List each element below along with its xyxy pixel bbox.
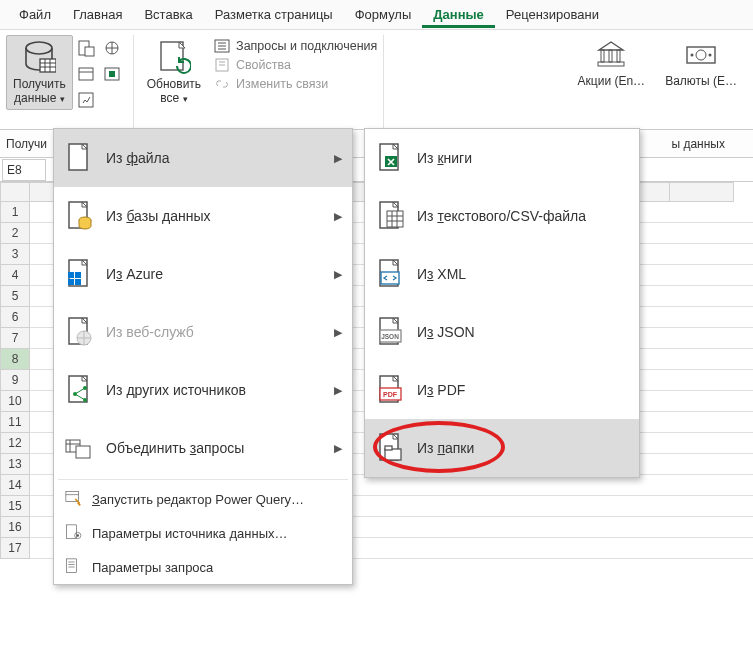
- menu-item-label: Из других источников: [106, 382, 334, 398]
- menu-item[interactable]: Из книги: [365, 129, 639, 187]
- get-data-mini-icons: [73, 35, 127, 115]
- from-file-submenu: Из книгиИз текстового/CSV-файлаИз XMLJSO…: [364, 128, 640, 478]
- other-icon: [64, 374, 96, 406]
- xml-icon: [375, 258, 407, 290]
- menu-item-label: Из PDF: [417, 382, 629, 398]
- svg-rect-23: [609, 50, 612, 62]
- tab-4[interactable]: Формулы: [344, 1, 423, 28]
- row-header[interactable]: 7: [0, 328, 30, 349]
- tab-2[interactable]: Вставка: [133, 1, 203, 28]
- svg-rect-1: [40, 59, 56, 72]
- menu-item[interactable]: Параметры источника данных…: [54, 516, 352, 550]
- tab-5[interactable]: Данные: [422, 1, 495, 28]
- row-header[interactable]: 9: [0, 370, 30, 391]
- row-header[interactable]: 14: [0, 475, 30, 496]
- tab-1[interactable]: Главная: [62, 1, 133, 28]
- bank-icon: [593, 38, 629, 70]
- svg-rect-9: [79, 68, 93, 80]
- row-header[interactable]: 6: [0, 307, 30, 328]
- menu-item[interactable]: Из других источников▶: [54, 361, 352, 419]
- row-header[interactable]: 16: [0, 517, 30, 538]
- chevron-right-icon: ▶: [334, 210, 342, 223]
- mini-icon[interactable]: [101, 37, 123, 59]
- group-label-left: Получи: [0, 137, 47, 151]
- database-icon: [22, 39, 56, 75]
- svg-text:JSON: JSON: [381, 333, 399, 340]
- menu-item-label: Запустить редактор Power Query…: [92, 492, 342, 507]
- row-header[interactable]: 13: [0, 454, 30, 475]
- menu-item[interactable]: Из Azure▶: [54, 245, 352, 303]
- row-header[interactable]: 5: [0, 286, 30, 307]
- row-header[interactable]: 1: [0, 202, 30, 223]
- menu-item[interactable]: Из базы данных▶: [54, 187, 352, 245]
- menu-item: Из веб-служб▶: [54, 303, 352, 361]
- menu-item-label: Из папки: [417, 440, 629, 456]
- row-header[interactable]: 10: [0, 391, 30, 412]
- menu-item[interactable]: Объединить запросы▶: [54, 419, 352, 477]
- menu-item-label: Из файла: [106, 150, 334, 166]
- tab-6[interactable]: Рецензировани: [495, 1, 610, 28]
- stocks-button[interactable]: Акции (En…: [568, 35, 656, 91]
- db-icon: [64, 200, 96, 232]
- properties-icon: [214, 57, 230, 73]
- menu-item-label: Из базы данных: [106, 208, 334, 224]
- web-icon: [64, 316, 96, 348]
- menu-item[interactable]: Параметры запроса: [54, 550, 352, 584]
- queries-connections-button[interactable]: Запросы и подключения: [214, 38, 377, 54]
- svg-text:PDF: PDF: [383, 391, 398, 398]
- chevron-right-icon: ▶: [334, 326, 342, 339]
- row-header[interactable]: 2: [0, 223, 30, 244]
- tab-3[interactable]: Разметка страницы: [204, 1, 344, 28]
- folder-icon: [375, 432, 407, 464]
- svg-rect-25: [598, 62, 624, 66]
- row-header[interactable]: 3: [0, 244, 30, 265]
- svg-rect-7: [85, 47, 94, 56]
- mini-icon[interactable]: [101, 63, 123, 85]
- mini-icon[interactable]: [75, 37, 97, 59]
- currencies-button[interactable]: Валюты (E…: [655, 35, 747, 91]
- currencies-label: Валюты (E…: [665, 74, 737, 88]
- refresh-all-button[interactable]: Обновитьвсе ▾: [140, 35, 208, 110]
- menu-item[interactable]: Из папки: [365, 419, 639, 477]
- chevron-right-icon: ▶: [334, 384, 342, 397]
- row-header[interactable]: 17: [0, 538, 30, 559]
- refresh-icon: [157, 39, 191, 75]
- mini-icon[interactable]: [75, 63, 97, 85]
- svg-rect-13: [79, 93, 93, 107]
- chevron-right-icon: ▶: [334, 442, 342, 455]
- menu-item[interactable]: Запустить редактор Power Query…: [54, 482, 352, 516]
- svg-rect-22: [601, 50, 604, 62]
- menu-item[interactable]: PDFИз PDF: [365, 361, 639, 419]
- dsrc-icon: [64, 523, 84, 543]
- chevron-right-icon: ▶: [334, 268, 342, 281]
- row-header[interactable]: 11: [0, 412, 30, 433]
- xlsx-icon: [375, 142, 407, 174]
- name-box[interactable]: E8: [2, 159, 46, 181]
- svg-rect-55: [67, 559, 77, 573]
- menu-item-label: Параметры источника данных…: [92, 526, 342, 541]
- row-header[interactable]: 4: [0, 265, 30, 286]
- menu-item-label: Из Azure: [106, 266, 334, 282]
- tab-0[interactable]: Файл: [8, 1, 62, 28]
- row-header[interactable]: 8: [0, 349, 30, 370]
- refresh-all-label: Обновитьвсе: [147, 77, 201, 105]
- menu-item[interactable]: Из XML: [365, 245, 639, 303]
- menu-item-label: Из XML: [417, 266, 629, 282]
- menu-item[interactable]: JSONИз JSON: [365, 303, 639, 361]
- svg-rect-36: [68, 279, 74, 285]
- column-header[interactable]: [670, 182, 734, 202]
- row-header[interactable]: 15: [0, 496, 30, 517]
- row-header[interactable]: 12: [0, 433, 30, 454]
- mini-icon[interactable]: [75, 89, 97, 111]
- tab-strip: ФайлГлавнаяВставкаРазметка страницыФорму…: [0, 0, 753, 30]
- ribbon: Получитьданные ▾ Обновитьвсе ▾ Запросы и…: [0, 30, 753, 130]
- menu-item-label: Параметры запроса: [92, 560, 342, 575]
- link-icon: [214, 76, 230, 92]
- get-data-button[interactable]: Получитьданные ▾: [6, 35, 73, 110]
- properties-label: Свойства: [236, 58, 291, 72]
- svg-rect-24: [617, 50, 620, 62]
- menu-item[interactable]: Из файла▶: [54, 129, 352, 187]
- menu-item-label: Из текстового/CSV-файла: [417, 208, 629, 224]
- menu-item[interactable]: Из текстового/CSV-файла: [365, 187, 639, 245]
- get-data-menu: Из файла▶Из базы данных▶Из Azure▶Из веб-…: [53, 128, 353, 585]
